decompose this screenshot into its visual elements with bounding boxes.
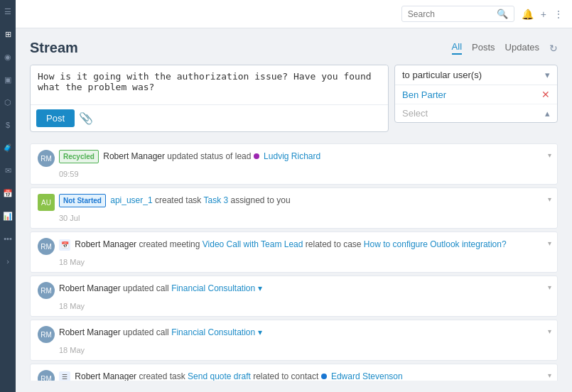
- stream-item: RM Robert Manager updated call Financial…: [30, 276, 558, 317]
- sidebar-icon-hex[interactable]: ⬡: [2, 97, 14, 108]
- user-selector: to particular user(s) ▾ Ben Parter ✕ Sel…: [394, 65, 558, 123]
- timestamp: 18 May: [59, 346, 550, 354]
- filter-tabs: All Posts Updates ↻: [452, 41, 558, 55]
- post-button[interactable]: Post: [36, 109, 75, 127]
- sidebar-icon-mail[interactable]: ✉: [2, 165, 14, 176]
- entity-link[interactable]: Ludvig Richard: [264, 151, 320, 161]
- attach-icon[interactable]: 📎: [79, 111, 93, 125]
- content-area: Stream All Posts Updates ↻ How is it goi…: [16, 28, 572, 392]
- search-box[interactable]: 🔍: [401, 6, 514, 22]
- dropdown-inline-icon[interactable]: ▾: [258, 283, 262, 293]
- task-icon: ☰: [59, 371, 70, 381]
- action-text: updated status of lead: [167, 151, 253, 161]
- recipient-dropdown[interactable]: to particular user(s) ▾: [395, 65, 557, 85]
- actor-name[interactable]: api_user_1: [110, 195, 152, 205]
- item-content: 📅 Robert Manager created meeting Video C…: [59, 238, 550, 251]
- stream-item: RM Robert Manager updated call Financial…: [30, 320, 558, 361]
- item-content: Not Started api_user_1 created task Task…: [59, 194, 550, 207]
- stream-item-row: RM Robert Manager updated call Financial…: [38, 326, 550, 343]
- item-dropdown-arrow[interactable]: ▾: [548, 195, 551, 203]
- main-content: 🔍 🔔 + ⋮ Stream All Posts Updates ↻ How i…: [16, 0, 572, 392]
- entity-link[interactable]: Task 3: [203, 195, 228, 205]
- related-entity-link[interactable]: Edward Stevenson: [331, 371, 403, 381]
- related-text: related to case: [306, 239, 364, 249]
- add-icon[interactable]: +: [541, 9, 546, 20]
- dropdown-inline-icon[interactable]: ▾: [258, 327, 262, 337]
- status-dot: [321, 374, 327, 379]
- recipient-label: to particular user(s): [402, 70, 482, 80]
- action-text: created meeting: [139, 239, 202, 249]
- post-textarea[interactable]: How is it going with the authorization i…: [31, 65, 388, 102]
- stream-item-row: RM Robert Manager updated call Financial…: [38, 282, 550, 299]
- sidebar-icon-chart[interactable]: 📊: [2, 210, 14, 222]
- sidebar-icon-dot[interactable]: ◉: [2, 51, 14, 62]
- avatar: RM: [38, 370, 55, 381]
- stream-item: RM Recycled Robert Manager updated statu…: [30, 143, 558, 185]
- entity-link[interactable]: Video Call with Team Lead: [203, 239, 303, 249]
- user-tag-row: Ben Parter ✕: [395, 85, 557, 104]
- action-text: created task: [139, 371, 188, 381]
- item-dropdown-arrow[interactable]: ▾: [548, 151, 551, 159]
- more-icon[interactable]: ⋮: [554, 9, 563, 20]
- action-text: updated call: [123, 327, 171, 337]
- sidebar-icon-dollar[interactable]: $: [2, 119, 14, 131]
- actor-name: Robert Manager: [103, 151, 165, 161]
- stream-item-row: RM 📅 Robert Manager created meeting Vide…: [38, 238, 550, 255]
- status-badge: Recycled: [59, 150, 99, 163]
- timestamp: 18 May: [59, 258, 550, 266]
- action-text: updated call: [123, 283, 171, 293]
- actor-name: Robert Manager: [59, 283, 121, 293]
- header-row: Stream All Posts Updates ↻: [30, 40, 558, 56]
- item-dropdown-arrow[interactable]: ▾: [548, 239, 551, 247]
- avatar: RM: [38, 150, 55, 167]
- tab-posts[interactable]: Posts: [472, 42, 495, 54]
- sidebar: ☰ ⊞ ◉ ▣ ⬡ $ 🧳 ✉ 📅 📊 ••• ›: [0, 0, 16, 392]
- composer-wrapper: How is it going with the authorization i…: [30, 65, 558, 132]
- status-badge: Not Started: [59, 194, 106, 207]
- actor-name: Robert Manager: [75, 371, 136, 381]
- stream-item: RM ☰ Robert Manager created task Send qu…: [30, 364, 558, 381]
- select-placeholder: Select: [402, 108, 428, 119]
- sidebar-icon-menu[interactable]: ☰: [2, 6, 14, 17]
- avatar: AU: [38, 194, 55, 211]
- item-content: Recycled Robert Manager updated status o…: [59, 150, 550, 163]
- sidebar-icon-calendar[interactable]: 📅: [2, 187, 14, 199]
- meeting-icon: 📅: [59, 239, 70, 251]
- chevron-up-icon: ▴: [545, 108, 550, 119]
- action-text: created task: [155, 195, 203, 205]
- entity-link[interactable]: Financial Consultation: [171, 327, 255, 337]
- entity-link[interactable]: Financial Consultation: [171, 283, 255, 293]
- post-composer: How is it going with the authorization i…: [30, 65, 389, 132]
- tab-updates[interactable]: Updates: [505, 42, 539, 54]
- related-entity-link[interactable]: How to configure Outlook integration?: [364, 239, 507, 249]
- search-input[interactable]: [408, 9, 493, 19]
- avatar: RM: [38, 326, 55, 343]
- search-icon: 🔍: [497, 9, 508, 19]
- stream-item: AU Not Started api_user_1 created task T…: [30, 187, 558, 229]
- notification-icon[interactable]: 🔔: [522, 9, 534, 20]
- sidebar-icon-square[interactable]: ▣: [2, 74, 14, 85]
- actor-name: Robert Manager: [59, 327, 121, 337]
- refresh-icon[interactable]: ↻: [549, 43, 558, 54]
- status-dot: [254, 153, 259, 159]
- user-select-input[interactable]: Select ▴: [395, 104, 557, 122]
- entity-link[interactable]: Send quote draft: [188, 371, 251, 381]
- timestamp: 18 May: [59, 302, 550, 310]
- related-text: related to contact: [253, 371, 320, 381]
- actor-name: Robert Manager: [75, 239, 136, 249]
- avatar: RM: [38, 282, 55, 299]
- tab-all[interactable]: All: [452, 41, 462, 55]
- sidebar-icon-briefcase[interactable]: 🧳: [2, 142, 14, 153]
- stream-item-row: RM Recycled Robert Manager updated statu…: [38, 150, 550, 167]
- remove-user-button[interactable]: ✕: [541, 89, 550, 100]
- sidebar-icon-grid[interactable]: ⊞: [2, 28, 14, 40]
- item-content: Robert Manager updated call Financial Co…: [59, 326, 550, 339]
- timestamp: 09:59: [59, 170, 550, 178]
- item-dropdown-arrow[interactable]: ▾: [548, 283, 551, 291]
- sidebar-icon-expand[interactable]: ›: [2, 256, 14, 267]
- stream-item: RM 📅 Robert Manager created meeting Vide…: [30, 232, 558, 273]
- item-dropdown-arrow[interactable]: ▾: [548, 371, 551, 379]
- selected-user-tag: Ben Parter: [402, 89, 446, 100]
- sidebar-icon-more[interactable]: •••: [2, 233, 14, 244]
- item-dropdown-arrow[interactable]: ▾: [548, 327, 551, 335]
